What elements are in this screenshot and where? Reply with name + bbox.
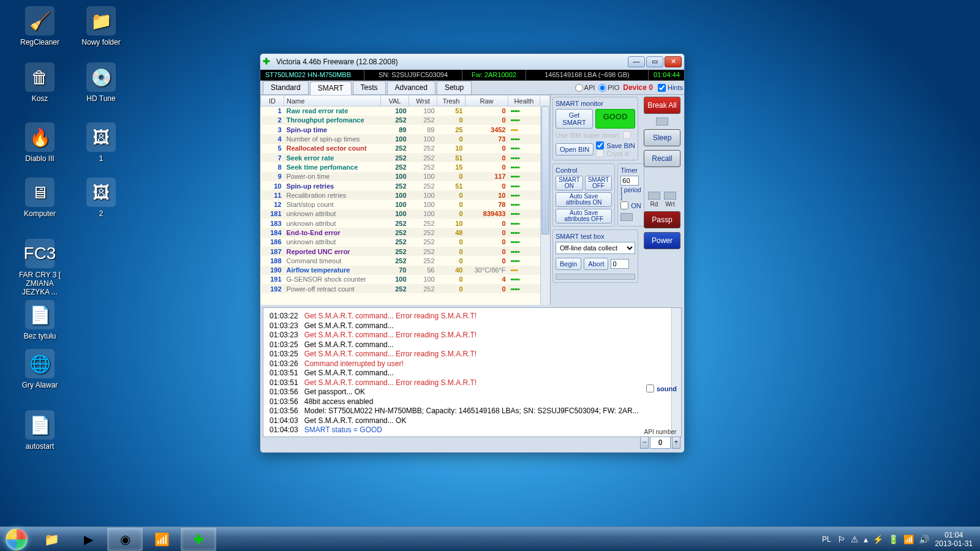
battery-icon[interactable]: 🔋 — [888, 534, 899, 544]
smart-scrollbar[interactable] — [540, 106, 550, 305]
get-smart-button[interactable]: Get SMART — [556, 109, 593, 129]
api-dec-button[interactable]: − — [640, 437, 649, 449]
desktop-icon[interactable]: 🖼1 — [74, 122, 129, 163]
table-row[interactable]: 3 Spin-up time 89 89 25 3452 •••• — [261, 125, 550, 134]
table-row[interactable]: 5 Reallocated sector count 252 252 10 0 … — [261, 144, 550, 153]
wifi-icon: 📶 — [152, 531, 172, 548]
taskbar-explorer[interactable]: 📁 — [34, 528, 69, 551]
desktop-icon[interactable]: 🌐Gry Alawar — [12, 349, 67, 389]
passp-button[interactable]: Passp — [644, 211, 680, 228]
table-row[interactable]: 191 G-SENSOR shock counter 100 100 0 4 •… — [261, 275, 550, 284]
tab-setup[interactable]: Setup — [437, 81, 472, 94]
drive-info-bar: ST750LM022 HN-M750MBB SN: S2SUJ9FC503094… — [260, 70, 684, 81]
language-indicator[interactable]: PL — [822, 535, 831, 544]
volume-icon[interactable]: 🔊 — [919, 534, 929, 544]
taskbar-chrome[interactable]: ◉ — [107, 528, 143, 551]
api-inc-button[interactable]: + — [672, 437, 680, 449]
smart-off-button[interactable]: SMART OFF — [585, 176, 612, 190]
table-row[interactable]: 12 Start/stop count 100 100 0 78 ••••• — [261, 200, 550, 209]
table-row[interactable]: 7 Seek error rate 252 252 51 0 ••••• — [261, 153, 550, 162]
desktop-icon[interactable]: 🔥Diablo III — [12, 122, 67, 163]
table-row[interactable]: 11 Recalibration retries 100 100 0 10 ••… — [261, 190, 550, 200]
col-val[interactable]: VAL — [381, 96, 409, 107]
crypt-checkbox: Crypt it! — [596, 149, 635, 157]
col-health[interactable]: Health — [508, 96, 540, 107]
desktop-icon[interactable]: 🖼2 — [74, 178, 129, 218]
desktop-icon[interactable]: 📁Nowy folder — [74, 6, 129, 47]
sleep-button[interactable]: Sleep — [644, 129, 680, 146]
col-name[interactable]: Name — [284, 96, 381, 107]
autosave-on-button[interactable]: Auto Save attributes ON — [556, 192, 612, 207]
network-icon[interactable]: 📶 — [903, 534, 914, 544]
save-bin-checkbox[interactable]: Save BIN — [596, 141, 635, 149]
tray-up-icon[interactable]: ▴ — [864, 534, 868, 544]
device-label: Device 0 — [623, 83, 653, 92]
maximize-button[interactable]: ▭ — [646, 56, 663, 67]
close-button[interactable]: ✕ — [665, 56, 682, 67]
clock-date: 2013-01-31 — [935, 539, 973, 548]
start-button[interactable] — [0, 527, 33, 552]
break-all-button[interactable]: Break All — [644, 97, 680, 114]
autosave-off-button[interactable]: Auto Save attributes OFF — [556, 209, 612, 223]
taskbar-media[interactable]: ▶ — [70, 528, 106, 551]
col-wrst[interactable]: Wrst — [409, 96, 437, 107]
radio-api[interactable]: API — [575, 84, 595, 92]
action-center-icon[interactable]: ⚠ — [851, 534, 859, 544]
period-label: [ period ] — [620, 187, 641, 200]
taskbar-wifi[interactable]: 📶 — [144, 528, 179, 551]
recall-button[interactable]: Recall — [644, 150, 680, 167]
sound-checkbox[interactable]: sound — [646, 384, 677, 392]
radio-pio[interactable]: PIO — [598, 84, 619, 92]
table-row[interactable]: 188 Command timeout 252 252 0 0 ••••• — [261, 256, 550, 265]
table-row[interactable]: 8 Seek time perfomance 252 252 15 0 ••••… — [261, 162, 550, 171]
table-row[interactable]: 192 Power-off retract count 252 252 0 0 … — [261, 284, 550, 293]
titlebar[interactable]: ✚ Victoria 4.46b Freeware (12.08.2008) —… — [260, 54, 684, 70]
table-row[interactable]: 1 Raw read error rate 100 100 51 0 ••••• — [261, 107, 550, 116]
tab-smart[interactable]: SMART — [310, 81, 352, 95]
smart-on-button[interactable]: SMART ON — [556, 176, 583, 190]
table-row[interactable]: 10 Spin-up retries 252 252 51 0 ••••• — [261, 181, 550, 190]
desktop-icon-glyph: 🖥 — [25, 178, 55, 207]
tab-advanced[interactable]: Advanced — [387, 81, 435, 94]
abort-button[interactable]: Abort — [584, 258, 608, 270]
table-row[interactable]: 186 unknown attribut 252 252 0 0 ••••• — [261, 238, 550, 247]
table-row[interactable]: 9 Power-on time 100 100 0 117 ••••• — [261, 172, 550, 181]
begin-button[interactable]: Begin — [556, 258, 581, 270]
desktop-icon[interactable]: 📄Bez tytułu — [12, 300, 67, 340]
table-row[interactable]: 4 Number of spin-up times 100 100 0 73 •… — [261, 134, 550, 143]
log-line: 01:03:26Command interrupted by user! — [270, 359, 675, 369]
clock[interactable]: 01:04 2013-01-31 — [935, 531, 973, 548]
table-row[interactable]: 190 Airflow temperature 70 56 40 30°C/86… — [261, 266, 550, 275]
wrt-label: Wrt — [664, 201, 676, 208]
desktop-icon[interactable]: 📄autostart — [12, 410, 67, 451]
desktop-icon[interactable]: 🗑Kosz — [12, 62, 67, 103]
desktop-icon[interactable]: 🖥Komputer — [12, 178, 67, 218]
power-icon[interactable]: ⚡ — [873, 534, 883, 544]
test-value-input[interactable] — [611, 259, 629, 269]
test-select[interactable]: Off-line data collect — [556, 242, 635, 254]
log-line: 01:03:23Get S.M.A.R.T. command... — [270, 321, 675, 331]
table-row[interactable]: 2 Throughput perfomance 252 252 0 0 ••••… — [261, 116, 550, 125]
col-tresh[interactable]: Tresh — [437, 96, 466, 107]
desktop-icon[interactable]: 💿HD Tune — [74, 62, 129, 103]
minimize-button[interactable]: — — [628, 56, 645, 67]
table-row[interactable]: 187 Reported UNC error 252 252 0 0 ••••• — [261, 247, 550, 256]
col-id[interactable]: ID — [261, 96, 284, 107]
taskbar-victoria[interactable]: ✚ — [181, 528, 216, 551]
tab-tests[interactable]: Tests — [353, 81, 386, 94]
table-row[interactable]: 184 End-to-End error 252 252 48 0 ••••• — [261, 228, 550, 237]
table-row[interactable]: 183 unknown attribut 252 252 10 0 ••••• — [261, 219, 550, 228]
timer-on-checkbox[interactable]: ON — [620, 201, 641, 209]
col-raw[interactable]: Raw — [466, 96, 508, 107]
tab-standard[interactable]: Standard — [263, 81, 309, 94]
folder-icon: 📁 — [42, 531, 61, 548]
open-bin-button[interactable]: Open BIN — [556, 143, 594, 156]
power-button[interactable]: Power — [644, 232, 680, 249]
flag-icon[interactable]: 🏳 — [837, 534, 846, 544]
desktop-icon[interactable]: FC3FAR CRY 3 [ ZMIANA JEZYKA ... — [12, 239, 67, 296]
table-row[interactable]: 181 unknown attribut 100 100 0 839433 ••… — [261, 209, 550, 219]
desktop-icon[interactable]: 🧹RegCleaner — [12, 6, 67, 47]
log-scrollbar[interactable] — [671, 308, 681, 437]
timer-input[interactable] — [620, 176, 639, 186]
hints-checkbox[interactable]: Hints — [658, 84, 683, 92]
